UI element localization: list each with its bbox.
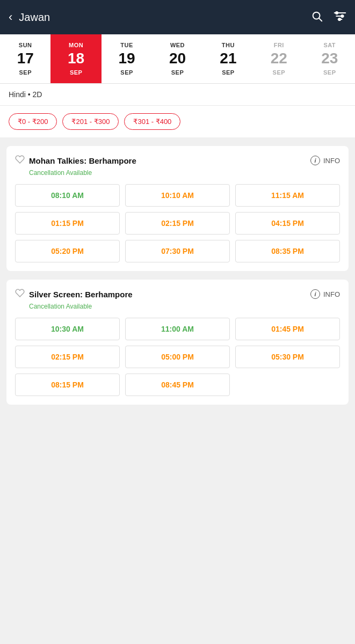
heart-icon[interactable]	[15, 288, 25, 301]
showtime-btn-8[interactable]: 08:35 PM	[235, 240, 340, 262]
date-item-fri[interactable]: FRI 22 SEP	[253, 34, 304, 83]
language-filter-text: Hindi • 2D	[9, 90, 42, 99]
date-month: SEP	[19, 69, 32, 76]
date-day-name: SAT	[323, 42, 336, 48]
language-filter-bar: Hindi • 2D	[0, 84, 355, 106]
theater-left: Silver Screen: Berhampore	[15, 288, 133, 301]
showtime-btn-4[interactable]: 05:00 PM	[125, 346, 230, 368]
info-label: INFO	[323, 290, 340, 298]
filter-icon[interactable]	[334, 10, 346, 25]
showtime-btn-7[interactable]: 08:45 PM	[125, 374, 230, 396]
showtime-grid: 08:10 AM10:10 AM11:15 AM01:15 PM02:15 PM…	[15, 184, 340, 262]
info-icon: i	[310, 289, 320, 299]
theater-card-1: Silver Screen: BerhamporeiINFOCancellati…	[6, 280, 349, 405]
showtime-btn-0[interactable]: 08:10 AM	[15, 184, 120, 207]
showtime-btn-7[interactable]: 07:30 PM	[125, 240, 230, 262]
price-filter-chip-2[interactable]: ₹301 - ₹400	[124, 113, 180, 130]
showtime-btn-2[interactable]: 11:15 AM	[235, 184, 340, 207]
price-filter-bar: ₹0 - ₹200₹201 - ₹300₹301 - ₹400	[0, 106, 355, 137]
theater-info-button[interactable]: iINFO	[310, 289, 340, 299]
theater-name: Silver Screen: Berhampore	[29, 290, 133, 299]
date-month: SEP	[120, 69, 133, 76]
theaters-container: Mohan Talkies: BerhamporeiINFOCancellati…	[0, 137, 355, 422]
date-number: 22	[271, 50, 287, 67]
showtime-btn-4[interactable]: 02:15 PM	[125, 212, 230, 235]
date-month: SEP	[70, 69, 83, 76]
cancellation-text: Cancellation Available	[29, 303, 340, 310]
theater-card-0: Mohan Talkies: BerhamporeiINFOCancellati…	[6, 146, 349, 271]
showtime-btn-1[interactable]: 11:00 AM	[125, 318, 230, 340]
date-month: SEP	[171, 69, 184, 76]
date-number: 21	[220, 50, 236, 67]
date-item-wed[interactable]: WED 20 SEP	[152, 34, 202, 83]
showtime-btn-3[interactable]: 01:15 PM	[15, 212, 120, 235]
date-month: SEP	[222, 69, 235, 76]
app-header: ‹ Jawan	[0, 0, 355, 34]
showtime-btn-3[interactable]: 02:15 PM	[15, 346, 120, 368]
theater-header: Mohan Talkies: BerhamporeiINFO	[15, 155, 340, 167]
header-actions	[311, 10, 346, 25]
price-filter-chip-1[interactable]: ₹201 - ₹300	[62, 113, 119, 130]
date-item-sat[interactable]: SAT 23 SEP	[305, 34, 355, 83]
info-icon: i	[310, 156, 320, 165]
date-item-tue[interactable]: TUE 19 SEP	[102, 34, 152, 83]
date-item-thu[interactable]: THU 21 SEP	[203, 34, 253, 83]
date-number: 19	[118, 50, 135, 67]
showtime-btn-5[interactable]: 05:30 PM	[235, 346, 340, 368]
movie-title: Jawan	[19, 11, 311, 24]
info-label: INFO	[323, 157, 340, 165]
showtime-btn-1[interactable]: 10:10 AM	[125, 184, 230, 207]
back-button[interactable]: ‹	[9, 10, 12, 24]
theater-header: Silver Screen: BerhamporeiINFO	[15, 288, 340, 301]
date-item-mon[interactable]: MON 18 SEP	[50, 34, 101, 83]
showtime-btn-2[interactable]: 01:45 PM	[235, 318, 340, 340]
showtime-btn-5[interactable]: 04:15 PM	[235, 212, 340, 235]
svg-point-7	[338, 18, 340, 20]
search-icon[interactable]	[311, 10, 323, 25]
date-number: 18	[68, 50, 84, 67]
date-month: SEP	[273, 69, 286, 76]
date-number: 17	[17, 50, 34, 67]
date-day-name: THU	[222, 42, 235, 48]
date-month: SEP	[323, 69, 336, 76]
svg-point-5	[336, 11, 338, 13]
date-day-name: TUE	[120, 42, 133, 48]
showtime-btn-0[interactable]: 10:30 AM	[15, 318, 120, 340]
date-number: 20	[169, 50, 186, 67]
date-day-name: SUN	[19, 42, 32, 48]
theater-left: Mohan Talkies: Berhampore	[15, 155, 136, 167]
date-item-sun[interactable]: SUN 17 SEP	[0, 34, 50, 83]
theater-info-button[interactable]: iINFO	[310, 156, 340, 165]
showtime-grid: 10:30 AM11:00 AM01:45 PM02:15 PM05:00 PM…	[15, 318, 340, 396]
showtime-btn-6[interactable]: 05:20 PM	[15, 240, 120, 262]
date-day-name: MON	[69, 42, 83, 48]
cancellation-text: Cancellation Available	[29, 169, 340, 177]
date-day-name: WED	[170, 42, 185, 48]
date-day-name: FRI	[274, 42, 284, 48]
svg-line-1	[319, 18, 322, 21]
theater-name: Mohan Talkies: Berhampore	[29, 156, 136, 165]
showtime-btn-6[interactable]: 08:15 PM	[15, 374, 120, 396]
date-number: 23	[321, 50, 338, 67]
price-filter-chip-0[interactable]: ₹0 - ₹200	[9, 113, 57, 130]
svg-point-6	[341, 14, 343, 17]
heart-icon[interactable]	[15, 155, 25, 167]
date-selector: SUN 17 SEP MON 18 SEP TUE 19 SEP WED 20 …	[0, 34, 355, 84]
